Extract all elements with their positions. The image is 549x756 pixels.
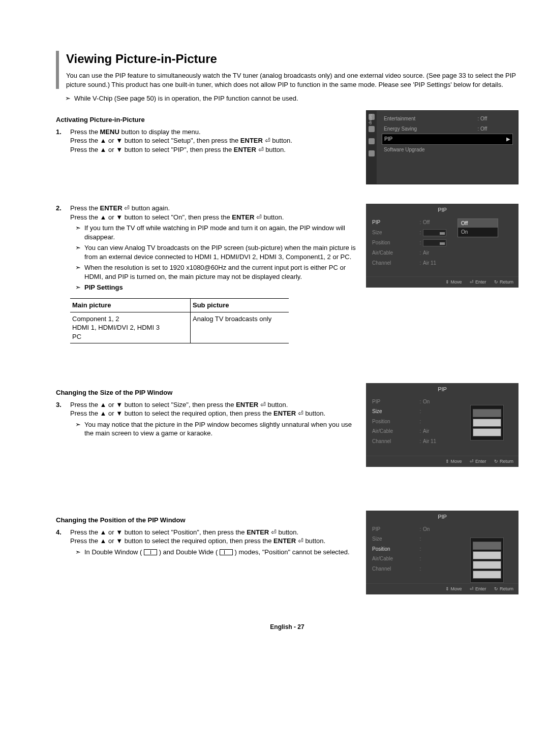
enter-icon: ⏎	[298, 410, 303, 417]
top-note-text: While V-Chip (See page 50) is in operati…	[74, 94, 298, 103]
menu-row-selected[interactable]: PIP▶	[382, 134, 513, 145]
note-icon: ➣	[65, 94, 74, 103]
note-icon: ➣	[75, 420, 84, 438]
pip-settings-table: Main pictureSub picture Component 1, 2HD…	[70, 298, 289, 343]
section-position: Changing the Position of the PIP Window …	[56, 511, 518, 603]
osd-sidebar: Setup	[367, 111, 377, 184]
help-bar: ⇕ Move ⏎ Enter ↻ Return	[366, 583, 518, 594]
note-icon: ➣	[75, 548, 84, 557]
help-bar: ⇕ Move ⏎ Enter ↻ Return	[366, 276, 518, 288]
menu-row[interactable]: PIP:On	[372, 524, 512, 534]
step-4: 4. Press the ▲ or ▼ button to select "Po…	[56, 528, 356, 559]
subhead-position: Changing the Position of the PIP Window	[56, 516, 356, 525]
size-options-panel[interactable]	[470, 405, 504, 440]
double-wide-icon	[220, 549, 233, 555]
enter-icon: ⏎	[470, 279, 474, 285]
title-block: Viewing Picture-in-Picture You can use t…	[56, 51, 518, 89]
size-option-icon[interactable]	[473, 419, 501, 427]
enter-icon: ⏎	[470, 586, 474, 591]
menu-row[interactable]: Position:	[372, 238, 512, 248]
note-icon: ➣	[75, 263, 84, 281]
position-option-icon[interactable]	[473, 551, 501, 559]
page-footer: English - 27	[56, 623, 518, 631]
menu-row[interactable]: Air/Cable:Air	[372, 248, 512, 258]
chevron-right-icon: ▶	[506, 136, 510, 143]
menu-row[interactable]: Entertainment:Off	[382, 114, 513, 124]
enter-icon: ⏎	[258, 146, 264, 153]
section-size: Changing the Size of the PIP Window 3. P…	[56, 383, 518, 475]
menu-row[interactable]: Software Upgrade	[382, 145, 513, 155]
position-options-panel[interactable]	[470, 538, 504, 583]
enter-icon: ⏎	[298, 537, 303, 545]
size-option-icon[interactable]	[473, 409, 501, 417]
enter-icon: ⏎	[124, 204, 130, 212]
updown-icon: ⇕	[445, 586, 449, 591]
osd-pip-position: PIP PIP:On Size: Position: Air/Cable: Ch…	[366, 511, 518, 594]
enter-icon: ⏎	[470, 459, 474, 464]
return-icon: ↻	[494, 586, 498, 591]
size-option-icon[interactable]	[473, 428, 501, 436]
position-icon	[423, 239, 446, 246]
note-icon: ➣	[75, 283, 84, 292]
section-activating: Activating Picture-in-Picture 1. Press t…	[56, 110, 518, 194]
page-title: Viewing Picture-in-Picture	[66, 51, 518, 67]
position-option-icon[interactable]	[473, 542, 501, 550]
menu-row[interactable]: Energy Saving:Off	[382, 124, 513, 134]
note-icon: ➣	[75, 224, 84, 241]
note-icon: ➣	[75, 243, 84, 261]
intro-text: You can use the PIP feature to simultane…	[66, 71, 518, 89]
menu-row[interactable]: Channel:Air 11	[372, 258, 512, 268]
return-icon: ↻	[494, 279, 498, 285]
osd-setup: Setup Entertainment:Off Energy Saving:Of…	[366, 110, 518, 184]
position-option-icon[interactable]	[473, 571, 501, 579]
sidebar-icon	[369, 138, 375, 144]
double-window-icon	[144, 549, 157, 555]
return-icon: ↻	[494, 459, 498, 464]
enter-icon: ⏎	[271, 528, 277, 536]
enter-icon: ⏎	[260, 401, 266, 408]
top-note: ➣ While V-Chip (See page 50) is in opera…	[65, 94, 518, 103]
sidebar-icon	[369, 150, 375, 156]
sidebar-icon	[369, 126, 375, 132]
osd-pip-onoff: PIP PIP:Off Size: Position: Air/Cable:Ai…	[366, 204, 518, 288]
section-step2: 2. Press the ENTER ⏎ button again. Press…	[56, 204, 518, 348]
updown-icon: ⇕	[445, 459, 449, 464]
position-option-icon[interactable]	[473, 561, 501, 569]
enter-icon: ⏎	[256, 213, 262, 221]
step-2: 2. Press the ENTER ⏎ button again. Press…	[56, 204, 356, 294]
updown-icon: ⇕	[445, 279, 449, 285]
subhead-size: Changing the Size of the PIP Window	[56, 388, 356, 397]
enter-icon: ⏎	[265, 137, 270, 144]
step-3: 3. Press the ▲ or ▼ button to select "Si…	[56, 400, 356, 440]
size-icon	[423, 229, 446, 236]
subhead-activating: Activating Picture-in-Picture	[56, 115, 356, 124]
osd-pip-size: PIP PIP:On Size: Position: Air/Cable:Air…	[366, 383, 518, 467]
dropdown-onoff[interactable]: Off On	[458, 218, 498, 237]
help-bar: ⇕ Move ⏎ Enter ↻ Return	[366, 456, 518, 467]
step-1: 1. Press the MENU button to display the …	[56, 128, 356, 154]
